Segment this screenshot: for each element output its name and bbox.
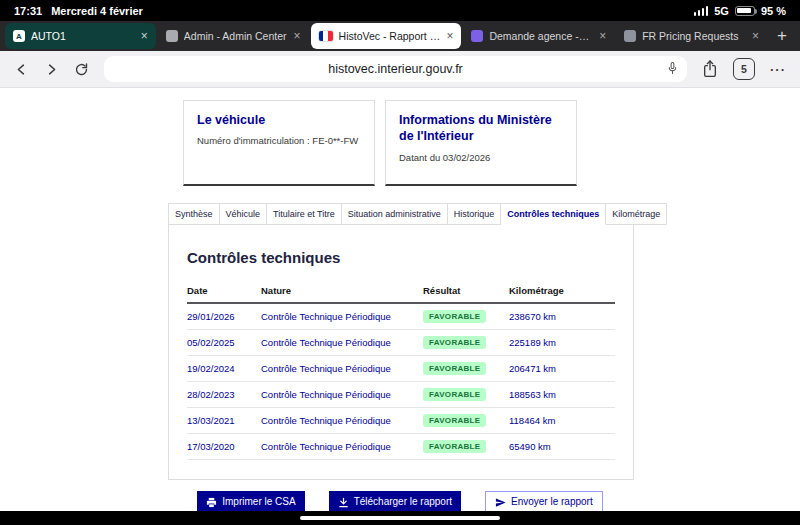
address-bar[interactable]: histovec.interieur.gouv.fr bbox=[104, 56, 687, 82]
send-report-label: Envoyer le rapport bbox=[511, 496, 593, 508]
ministry-card-subtitle: Datant du 03/02/2026 bbox=[399, 152, 563, 163]
col-header-date: Date bbox=[187, 285, 261, 296]
url-text: histovec.interieur.gouv.fr bbox=[328, 62, 463, 76]
cellular-signal-icon bbox=[694, 6, 709, 16]
ct-km: 118464 km bbox=[509, 415, 615, 426]
more-menu-button[interactable]: ··· bbox=[770, 62, 786, 77]
tab-count-label: 5 bbox=[741, 63, 747, 75]
ct-result-cell: FAVORABLE bbox=[423, 440, 509, 453]
report-actions: Imprimer le CSA Télécharger le rapport E… bbox=[0, 491, 800, 511]
tab-vehicule[interactable]: Véhicule bbox=[220, 203, 268, 225]
ct-date: 13/03/2021 bbox=[187, 415, 261, 426]
table-row: 28/02/2023 Contrôle Technique Périodique… bbox=[187, 382, 615, 408]
result-badge: FAVORABLE bbox=[423, 362, 486, 375]
ct-km: 206471 km bbox=[509, 363, 615, 374]
reload-button[interactable] bbox=[74, 62, 89, 77]
demande-favicon bbox=[471, 30, 483, 42]
table-row: 29/01/2026 Contrôle Technique Périodique… bbox=[187, 304, 615, 330]
vehicle-card-subtitle: Numéro d'immatriculation : FE-0**-FW bbox=[197, 135, 361, 146]
tab-situation-administrative[interactable]: Situation administrative bbox=[342, 203, 448, 225]
ct-result-cell: FAVORABLE bbox=[423, 362, 509, 375]
status-time: 17:31 bbox=[14, 5, 42, 17]
forward-button[interactable] bbox=[44, 62, 59, 77]
browser-tab-title: Demande agence -> E bbox=[489, 30, 593, 42]
browser-tab-admin[interactable]: Admin - Admin Center × bbox=[158, 23, 309, 49]
download-icon bbox=[338, 497, 349, 508]
col-header-kilometrage: Kilométrage bbox=[509, 285, 615, 296]
ct-date: 28/02/2023 bbox=[187, 389, 261, 400]
table-row: 05/02/2025 Contrôle Technique Périodique… bbox=[187, 330, 615, 356]
tab-synthese[interactable]: Synthèse bbox=[168, 203, 220, 225]
close-tab-icon[interactable]: × bbox=[446, 30, 453, 42]
ct-result-cell: FAVORABLE bbox=[423, 414, 509, 427]
tab-kilometrage[interactable]: Kilométrage bbox=[606, 203, 667, 225]
ct-nature: Contrôle Technique Périodique bbox=[261, 337, 423, 348]
tab-titulaire-et-titre[interactable]: Titulaire et Titre bbox=[267, 203, 342, 225]
close-tab-icon[interactable]: × bbox=[141, 30, 148, 42]
close-tab-icon[interactable]: × bbox=[294, 30, 301, 42]
result-badge: FAVORABLE bbox=[423, 388, 486, 401]
report-tabs: Synthèse Véhicule Titulaire et Titre Sit… bbox=[168, 203, 668, 225]
tab-controles-techniques[interactable]: Contrôles techniques bbox=[501, 203, 606, 225]
browser-tab-title: Admin - Admin Center bbox=[184, 30, 288, 42]
vehicle-card: Le véhicule Numéro d'immatriculation : F… bbox=[183, 100, 375, 186]
browser-tab-demande[interactable]: Demande agence -> E × bbox=[463, 23, 614, 49]
tabs-overview-button[interactable]: 5 bbox=[733, 58, 755, 80]
ct-km: 188563 km bbox=[509, 389, 615, 400]
ct-result-cell: FAVORABLE bbox=[423, 388, 509, 401]
browser-tab-auto1[interactable]: A AUTO1 × bbox=[5, 23, 156, 49]
french-flag-favicon bbox=[319, 31, 333, 41]
print-csa-button[interactable]: Imprimer le CSA bbox=[197, 491, 304, 511]
browser-tab-histovec[interactable]: HistoVec - Rapport ve × bbox=[311, 23, 462, 49]
col-header-nature: Nature bbox=[261, 285, 423, 296]
send-icon bbox=[495, 497, 506, 508]
ct-nature: Contrôle Technique Périodique bbox=[261, 415, 423, 426]
table-row: 17/03/2020 Contrôle Technique Périodique… bbox=[187, 434, 615, 460]
result-badge: FAVORABLE bbox=[423, 414, 486, 427]
home-indicator[interactable] bbox=[300, 516, 500, 520]
battery-icon bbox=[735, 6, 755, 16]
pricing-favicon bbox=[624, 30, 636, 42]
vehicle-card-title: Le véhicule bbox=[197, 112, 361, 128]
controles-table: Date Nature Résultat Kilométrage 29/01/2… bbox=[187, 279, 615, 460]
new-tab-button[interactable]: + bbox=[769, 23, 795, 49]
summary-cards: Le véhicule Numéro d'immatriculation : F… bbox=[0, 88, 800, 186]
status-date: Mercredi 4 février bbox=[51, 5, 143, 17]
ct-nature: Contrôle Technique Périodique bbox=[261, 363, 423, 374]
browser-tab-pricing[interactable]: FR Pricing Requests × bbox=[616, 23, 767, 49]
ct-date: 19/02/2024 bbox=[187, 363, 261, 374]
battery-percent: 95 % bbox=[761, 5, 786, 17]
admin-favicon bbox=[166, 30, 178, 42]
browser-toolbar: histovec.interieur.gouv.fr 5 ··· bbox=[0, 51, 800, 88]
ct-km: 225189 km bbox=[509, 337, 615, 348]
controles-techniques-panel: Contrôles techniques Date Nature Résulta… bbox=[168, 224, 634, 480]
close-tab-icon[interactable]: × bbox=[599, 30, 606, 42]
ministry-card-title: Informations du Ministère de l'Intérieur bbox=[399, 112, 563, 145]
browser-tab-title: HistoVec - Rapport ve bbox=[339, 30, 441, 42]
mic-icon[interactable] bbox=[667, 61, 678, 79]
ct-result-cell: FAVORABLE bbox=[423, 336, 509, 349]
tab-historique[interactable]: Historique bbox=[448, 203, 502, 225]
col-header-resultat: Résultat bbox=[423, 285, 509, 296]
ct-date: 05/02/2025 bbox=[187, 337, 261, 348]
send-report-button[interactable]: Envoyer le rapport bbox=[485, 491, 603, 511]
download-report-button[interactable]: Télécharger le rapport bbox=[329, 491, 461, 511]
ct-nature: Contrôle Technique Périodique bbox=[261, 441, 423, 452]
browser-tab-bar: A AUTO1 × Admin - Admin Center × HistoVe… bbox=[0, 21, 800, 51]
ct-date: 29/01/2026 bbox=[187, 311, 261, 322]
table-row: 13/03/2021 Contrôle Technique Périodique… bbox=[187, 408, 615, 434]
auto1-favicon: A bbox=[13, 30, 25, 42]
print-csa-label: Imprimer le CSA bbox=[222, 496, 295, 508]
ct-result-cell: FAVORABLE bbox=[423, 310, 509, 323]
home-indicator-bar bbox=[0, 511, 800, 525]
ministry-card: Informations du Ministère de l'Intérieur… bbox=[385, 100, 577, 186]
histovec-page: Le véhicule Numéro d'immatriculation : F… bbox=[0, 88, 800, 511]
share-button[interactable] bbox=[702, 60, 718, 78]
ct-date: 17/03/2020 bbox=[187, 441, 261, 452]
result-badge: FAVORABLE bbox=[423, 440, 486, 453]
status-bar: 17:31 Mercredi 4 février 5G 95 % bbox=[0, 0, 800, 21]
close-tab-icon[interactable]: × bbox=[752, 30, 759, 42]
ct-nature: Contrôle Technique Périodique bbox=[261, 311, 423, 322]
browser-tab-title: FR Pricing Requests bbox=[642, 30, 746, 42]
back-button[interactable] bbox=[14, 62, 29, 77]
